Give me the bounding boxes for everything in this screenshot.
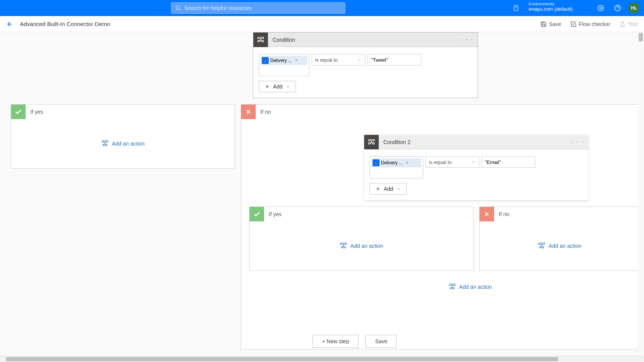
token-label: Delivery ... <box>381 160 403 165</box>
svg-rect-2 <box>514 5 518 11</box>
add-action-icon <box>101 140 109 147</box>
flow-canvas[interactable]: Condition · · · ↓ Delivery ... × is equa… <box>0 32 644 354</box>
operator-value: is equal to <box>429 159 452 165</box>
save-flow-button[interactable]: Save <box>365 335 397 348</box>
svg-rect-17 <box>102 141 108 142</box>
check-icon <box>11 105 26 119</box>
condition-header[interactable]: Condition · · · <box>253 33 478 47</box>
add-action-label: Add an action <box>549 243 582 249</box>
svg-rect-36 <box>540 247 544 248</box>
save-button[interactable]: Save <box>540 21 561 27</box>
remove-token-icon[interactable]: × <box>295 58 298 63</box>
add-action-button[interactable]: Add an action <box>101 140 145 147</box>
user-avatar[interactable]: HL <box>629 3 639 13</box>
flow-title: Advanced Built-In Connector Demo <box>20 21 110 27</box>
environment-icon[interactable] <box>513 5 519 11</box>
svg-rect-22 <box>369 139 375 141</box>
svg-rect-29 <box>341 243 347 244</box>
operator-value: is equal to <box>315 57 338 63</box>
settings-icon[interactable] <box>597 5 604 11</box>
chevron-down-icon <box>286 84 290 89</box>
add-action-icon <box>449 283 456 291</box>
add-action-button[interactable]: Add an action <box>449 283 492 291</box>
branch-title: If no <box>499 211 509 217</box>
add-label: Add <box>384 186 393 192</box>
flow-checker-icon <box>570 21 577 27</box>
svg-rect-34 <box>539 243 545 244</box>
add-condition-2-button[interactable]: Add <box>370 183 407 195</box>
environment-selector[interactable]: Environments enayu.com (default) <box>529 1 573 12</box>
condition-menu[interactable]: · · · <box>456 36 478 43</box>
plus-icon <box>264 84 270 89</box>
branch-title: If yes <box>30 109 43 115</box>
add-action-label: Add an action <box>350 243 383 249</box>
token-label: Delivery ... <box>270 58 292 63</box>
save-label: Save <box>549 21 561 27</box>
add-condition-button[interactable]: Add <box>259 81 296 92</box>
back-icon[interactable] <box>6 20 14 28</box>
svg-rect-10 <box>258 37 264 38</box>
new-step-button[interactable]: + New step <box>312 335 358 348</box>
if-yes-branch-2: If yes Add an action <box>249 206 474 271</box>
dynamic-content-icon: ↓ <box>373 159 380 166</box>
condition-2-card: Condition 2 · · · ↓ Delivery ... × is eq… <box>364 135 588 200</box>
svg-rect-14 <box>262 40 264 41</box>
cross-icon <box>241 105 256 119</box>
test-button[interactable]: Test <box>619 21 638 27</box>
condition-left-operand[interactable]: ↓ Delivery ... × <box>259 54 309 76</box>
sub-header: Advanced Built-In Connector Demo Save Fl… <box>0 16 644 32</box>
svg-rect-39 <box>450 288 454 289</box>
svg-point-0 <box>176 6 180 10</box>
add-action-button[interactable]: Add an action <box>340 242 383 250</box>
operator-select[interactable]: is equal to <box>312 54 365 66</box>
flow-checker-button[interactable]: Flow checker <box>570 21 610 27</box>
vertical-scrollbar[interactable] <box>638 32 644 356</box>
add-action-label: Add an action <box>459 284 492 290</box>
chevron-down-icon <box>396 187 401 191</box>
operator-select[interactable]: is equal to <box>426 156 479 168</box>
search-input[interactable] <box>184 5 341 11</box>
condition-card: Condition · · · ↓ Delivery ... × is equa… <box>253 32 478 98</box>
condition-icon <box>364 135 379 149</box>
plus-icon <box>375 186 381 192</box>
chevron-down-icon <box>357 57 362 62</box>
dynamic-content-icon: ↓ <box>262 57 269 64</box>
condition-value-input[interactable] <box>368 54 421 66</box>
search-box[interactable] <box>171 2 345 14</box>
flow-checker-label: Flow checker <box>579 21 610 27</box>
condition-title: Condition <box>273 37 456 43</box>
svg-rect-31 <box>342 247 345 248</box>
condition-2-left-operand[interactable]: ↓ Delivery ... × <box>370 156 423 179</box>
test-icon <box>619 21 626 27</box>
cross-icon <box>480 207 494 221</box>
add-action-label: Add an action <box>112 141 145 147</box>
svg-line-1 <box>179 9 181 10</box>
condition-icon <box>253 33 268 47</box>
svg-rect-37 <box>450 284 455 285</box>
remove-token-icon[interactable]: × <box>406 160 409 165</box>
svg-rect-19 <box>103 144 107 146</box>
environment-label: Environments <box>529 1 573 7</box>
add-action-icon <box>340 242 347 250</box>
add-action-button[interactable]: Add an action <box>538 242 582 250</box>
horizontal-scrollbar[interactable] <box>0 356 644 362</box>
test-label: Test <box>628 21 638 27</box>
condition-2-header[interactable]: Condition 2 · · · <box>364 135 588 149</box>
condition-2-menu[interactable]: · · · <box>567 139 588 146</box>
chevron-down-icon <box>471 160 476 164</box>
add-action-icon <box>538 242 545 250</box>
if-yes-branch: If yes Add an action <box>11 104 235 169</box>
save-icon <box>540 21 547 27</box>
branch-title: If yes <box>269 211 281 217</box>
branch-title: If no <box>260 109 271 115</box>
if-no-branch-2: If no Add an action <box>479 206 640 271</box>
add-label: Add <box>273 84 283 90</box>
search-icon <box>175 5 181 11</box>
check-icon <box>250 207 264 221</box>
svg-rect-26 <box>373 143 375 144</box>
environment-value: enayu.com (default) <box>529 7 573 12</box>
help-icon[interactable] <box>614 5 621 11</box>
condition-2-value-input[interactable] <box>481 156 535 168</box>
top-bar: Environments enayu.com (default) HL <box>0 0 644 16</box>
svg-point-5 <box>600 7 602 9</box>
